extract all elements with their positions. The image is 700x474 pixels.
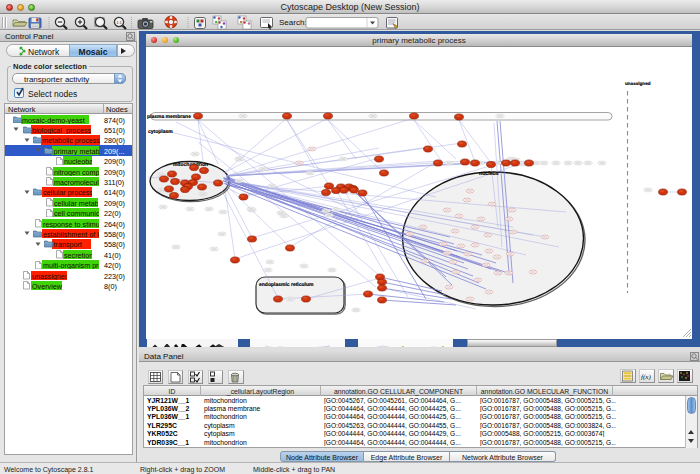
svg-text:nucleus: nucleus (479, 170, 499, 176)
svg-text:1:1: 1:1 (116, 20, 122, 25)
svg-text:plasma membrane: plasma membrane (147, 113, 191, 119)
svg-text:endoplasmic reticulum: endoplasmic reticulum (259, 281, 314, 287)
svg-text:f(x): f(x) (641, 373, 651, 381)
svg-text:unassigned: unassigned (625, 80, 651, 85)
svg-text:Search:: Search: (279, 18, 307, 27)
svg-text:cytoplasm: cytoplasm (148, 129, 173, 135)
